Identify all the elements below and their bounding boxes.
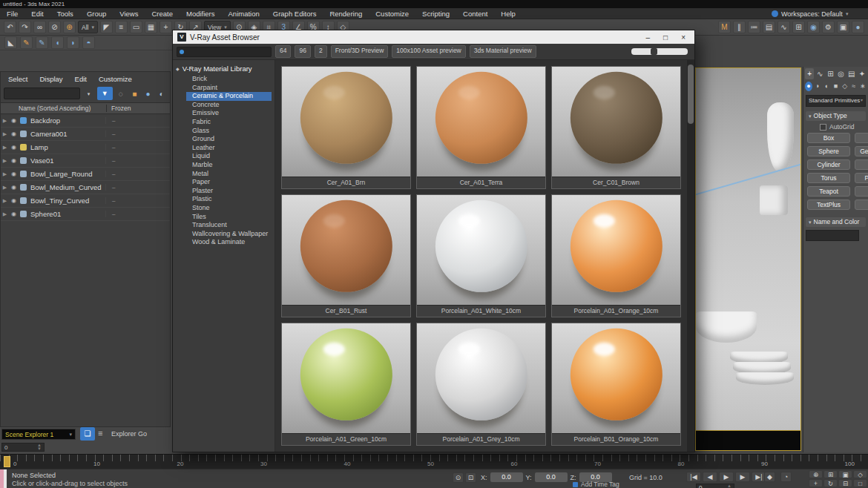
explorer-row[interactable]: ▶ ◉ Bowl_Tiny_Curved – [1, 194, 170, 208]
expand-arrow-icon[interactable]: ▶ [1, 158, 9, 164]
primitive-type-dropdown[interactable]: Standard Primitives ▾ [806, 95, 866, 107]
autogrid-checkbox[interactable] [820, 124, 826, 131]
frozen-cell[interactable]: – [105, 184, 170, 191]
toolbar-icon[interactable]: ◣ [4, 36, 17, 49]
dialog-toolbar-button[interactable]: Front/3D Preview [331, 45, 389, 58]
toolbar-icon[interactable]: ↷ [19, 21, 31, 33]
category-item[interactable]: Glass [173, 127, 272, 136]
playback-button[interactable]: ▶ [719, 472, 734, 482]
toolbar-icon[interactable]: ∞ [33, 21, 46, 33]
slider-handle[interactable] [651, 48, 657, 55]
name-color-rollout[interactable]: ▾ Name and Color [806, 217, 866, 227]
explorer-spinner-field[interactable]: 0 ▲▼ [1, 443, 45, 452]
primitive-button[interactable]: Tube [855, 159, 868, 170]
category-item[interactable]: Stone [173, 204, 272, 213]
menu-item[interactable]: Animation [222, 10, 266, 18]
frozen-cell[interactable]: – [105, 211, 170, 217]
material-cell[interactable]: Porcelain_A01_Green_10cm [281, 323, 411, 446]
menu-item[interactable]: File [0, 10, 24, 18]
category-item[interactable]: Paper [173, 178, 272, 187]
material-thumbnail[interactable] [417, 195, 545, 305]
primitive-button[interactable] [855, 200, 868, 210]
menu-item[interactable]: Scripting [415, 10, 456, 18]
toolbar-icon[interactable]: ⊕ [63, 21, 76, 33]
visibility-eye-icon[interactable]: ◉ [9, 171, 19, 177]
material-thumbnail[interactable] [282, 67, 410, 177]
display-filter-button[interactable]: ▼ [97, 87, 113, 100]
dialog-titlebar[interactable]: V V-Ray Asset Browser – □ × [173, 30, 694, 44]
primitive-button[interactable]: Cylinder [807, 159, 850, 170]
explorer-sync-icon[interactable]: ≡ [98, 429, 102, 438]
frozen-cell[interactable]: – [105, 144, 170, 151]
expand-arrow-icon[interactable]: ▶ [1, 198, 9, 204]
menu-item[interactable]: Modifiers [180, 10, 222, 18]
geometry-filter-icon[interactable]: ■ [129, 88, 139, 99]
viewport-nav-button[interactable]: ⊟ [838, 479, 852, 487]
category-item[interactable]: Leather [173, 144, 272, 153]
explorer-row[interactable]: ▶ ◉ Camera001 – [1, 128, 170, 141]
explorer-row[interactable]: ▶ ◉ Sphere01 – [1, 208, 170, 221]
display-none-icon[interactable]: ◌ [116, 88, 126, 99]
primitive-button[interactable]: Teapot [807, 186, 850, 197]
explorer-row[interactable]: ▶ ◉ Bowl_Large_Round – [1, 168, 170, 181]
lights-filter-icon[interactable]: ◐ [157, 88, 167, 99]
toolbar-icon[interactable]: ⊘ [48, 21, 61, 33]
maximize-button[interactable]: □ [663, 33, 668, 42]
object-name-field[interactable] [806, 230, 859, 241]
explorer-row[interactable]: ▶ ◉ Lamp – [1, 141, 170, 154]
name-column-header[interactable]: Name (Sorted Ascending) [1, 105, 106, 112]
dialog-toolbar-button[interactable]: 96 [295, 45, 310, 58]
primitive-button[interactable]: Sphere [807, 146, 850, 156]
command-panel-tab[interactable]: ∿ [815, 68, 824, 79]
command-panel-tab[interactable]: + [805, 68, 814, 79]
material-cell[interactable]: Porcelain_A01_Orange_10cm [551, 194, 681, 317]
toolbar-icon[interactable]: ◖ [51, 36, 64, 49]
category-item[interactable]: Wood & Laminate [173, 238, 272, 247]
large-bowl-object[interactable] [696, 311, 757, 343]
viewport-nav-button[interactable]: ⊞ [823, 470, 838, 478]
category-item[interactable]: Liquid [173, 152, 272, 161]
primitive-button[interactable]: TextPlus [807, 200, 850, 210]
material-cell[interactable]: Cer_B01_Rust [281, 194, 411, 317]
toolbar-icon[interactable]: ◉ [807, 21, 820, 33]
frozen-cell[interactable]: – [105, 171, 170, 177]
x-coordinate-field[interactable]: 0.0 [490, 472, 523, 482]
viewport-nav-button[interactable]: ◇ [853, 470, 867, 478]
toolbar-icon[interactable]: ⚙ [822, 21, 835, 33]
category-item[interactable]: Plaster [173, 187, 272, 196]
cylinder-object[interactable] [760, 185, 788, 215]
dialog-toolbar-button[interactable]: 2 [315, 45, 327, 58]
create-category-icon[interactable]: ◗ [814, 82, 821, 91]
visibility-eye-icon[interactable]: ◉ [9, 131, 19, 137]
toolbar-icon[interactable]: ▦ [145, 21, 157, 33]
toolbar-icon[interactable]: ✎ [36, 36, 48, 49]
category-item[interactable]: Metal [173, 170, 272, 179]
user-account-icon[interactable] [772, 10, 778, 17]
primitive-button[interactable]: Box [807, 133, 850, 143]
visibility-eye-icon[interactable]: ◉ [9, 144, 19, 151]
material-thumbnail[interactable] [417, 323, 545, 433]
explorer-menu-item[interactable]: Customize [99, 75, 132, 83]
explorer-menu-item[interactable]: Edit [75, 75, 87, 83]
command-panel-tab[interactable]: ✦ [858, 68, 867, 79]
playback-button[interactable]: ▶ [735, 472, 750, 482]
category-item[interactable]: Ceramic & Porcelain [186, 92, 272, 101]
material-cell[interactable]: Cer_C01_Brown [551, 66, 681, 189]
close-button[interactable]: × [681, 33, 685, 42]
material-thumbnail[interactable] [417, 67, 545, 177]
timeline[interactable]: 0102030405060708090100 [0, 454, 868, 469]
category-item[interactable]: Fabric [173, 118, 272, 127]
toolbar-icon[interactable]: ◓ [82, 36, 95, 49]
thumbnail-size-slider[interactable] [631, 48, 688, 55]
library-root-item[interactable]: ◆ V-Ray Material Library [173, 63, 274, 75]
expand-arrow-icon[interactable]: ▶ [1, 171, 9, 177]
shapes-filter-icon[interactable]: ● [142, 88, 153, 99]
toolbar-icon[interactable]: ▭ [130, 21, 142, 33]
material-thumbnail[interactable] [282, 195, 410, 305]
create-category-icon[interactable]: ◇ [841, 82, 849, 91]
create-category-icon[interactable]: ● [805, 82, 812, 91]
frozen-column-header[interactable]: Frozen [106, 105, 131, 112]
toolbar-icon[interactable]: ✎ [20, 36, 33, 49]
menu-item[interactable]: Views [113, 10, 145, 18]
explorer-search-input[interactable] [4, 88, 80, 99]
